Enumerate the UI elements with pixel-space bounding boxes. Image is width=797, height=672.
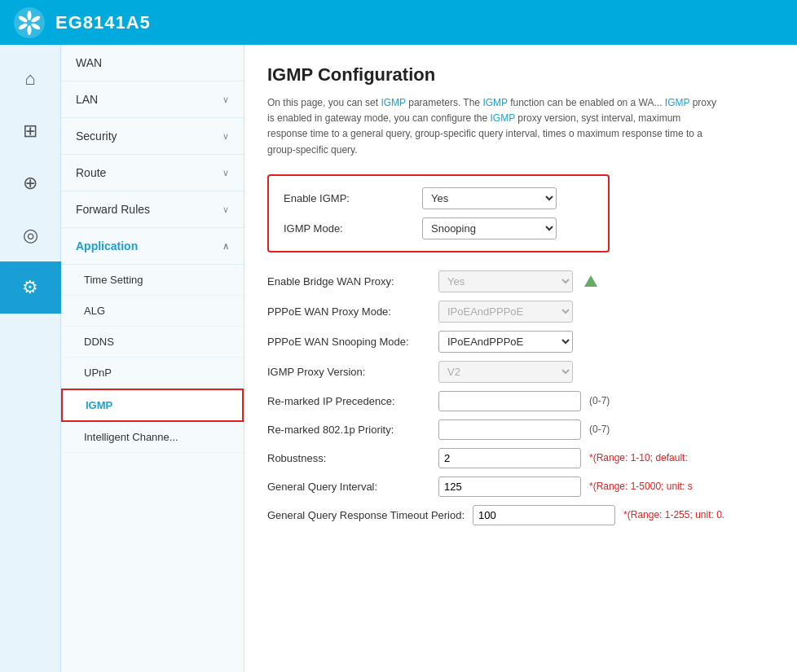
enable-igmp-label: Enable IGMP: bbox=[284, 192, 414, 204]
sidebar-item-forward-rules[interactable]: Forward Rules ∨ bbox=[61, 191, 244, 228]
enable-igmp-row: Enable IGMP: Yes No bbox=[284, 187, 593, 209]
sidebar-sub-item-upnp[interactable]: UPnP bbox=[61, 358, 244, 389]
pppoe-wan-proxy-mode-label: PPPoE WAN Proxy Mode: bbox=[267, 305, 430, 318]
pppoe-wan-snooping-mode-label: PPPoE WAN Snooping Mode: bbox=[267, 336, 430, 348]
sidebar-sub-item-time-setting[interactable]: Time Setting bbox=[61, 265, 244, 296]
app-title: EG8141A5 bbox=[55, 12, 151, 33]
igmp-proxy-version-row: IGMP Proxy Version: V2 V3 bbox=[267, 361, 774, 383]
pppoe-wan-proxy-mode-row: PPPoE WAN Proxy Mode: IPoEAndPPPoE IPoE … bbox=[267, 301, 774, 323]
pppoe-wan-snooping-mode-row: PPPoE WAN Snooping Mode: IPoEAndPPPoE IP… bbox=[267, 331, 774, 353]
huawei-logo-icon bbox=[13, 7, 46, 39]
general-query-response-timeout-row: General Query Response Timeout Period: *… bbox=[267, 505, 774, 525]
enable-bridge-wan-proxy-select[interactable]: Yes No bbox=[438, 270, 573, 292]
igmp-mode-select[interactable]: Snooping Proxy bbox=[422, 217, 557, 239]
enable-bridge-wan-proxy-row: Enable Bridge WAN Proxy: Yes No bbox=[267, 270, 774, 292]
sidebar-icon-home[interactable]: ⌂ bbox=[0, 53, 61, 105]
sidebar-nav: WAN LAN ∨ Security ∨ Route ∨ Forward Rul… bbox=[61, 45, 244, 672]
general-query-interval-row: General Query Interval: *(Range: 1-5000;… bbox=[267, 477, 774, 497]
chevron-down-icon: ∨ bbox=[222, 131, 229, 142]
sidebar-item-security-label: Security bbox=[76, 130, 117, 143]
header: EG8141A5 bbox=[0, 0, 797, 45]
robustness-row: Robustness: *(Range: 1-10; default: bbox=[267, 448, 774, 468]
chevron-down-icon: ∨ bbox=[222, 204, 229, 215]
re-marked-ip-precedence-row: Re-marked IP Precedence: (0-7) bbox=[267, 391, 774, 411]
sidebar-icon-security[interactable]: ⊕ bbox=[0, 157, 61, 209]
sidebar-item-security[interactable]: Security ∨ bbox=[61, 118, 244, 155]
sidebar-icons: ⌂ ⊞ ⊕ ◎ ⚙ bbox=[0, 45, 61, 672]
sidebar-sub-item-ddns[interactable]: DDNS bbox=[61, 327, 244, 358]
igmp-mode-row: IGMP Mode: Snooping Proxy bbox=[284, 217, 593, 239]
chevron-up-icon: ∧ bbox=[222, 241, 229, 252]
general-query-interval-input[interactable] bbox=[438, 477, 581, 497]
general-query-response-timeout-input[interactable] bbox=[473, 505, 615, 525]
re-marked-ip-precedence-input[interactable] bbox=[438, 391, 581, 411]
sidebar-item-wan-label: WAN bbox=[76, 56, 102, 69]
sidebar-item-lan[interactable]: LAN ∨ bbox=[61, 81, 244, 118]
general-query-response-timeout-label: General Query Response Timeout Period: bbox=[267, 509, 465, 521]
general-query-interval-label: General Query Interval: bbox=[267, 481, 430, 493]
svg-point-4 bbox=[28, 25, 32, 35]
robustness-input[interactable] bbox=[438, 448, 581, 468]
page-title: IGMP Configuration bbox=[267, 64, 774, 86]
igmp-proxy-version-label: IGMP Proxy Version: bbox=[267, 366, 430, 378]
sidebar-icon-settings[interactable]: ⚙ bbox=[0, 261, 61, 314]
general-query-interval-hint: *(Range: 1-5000; unit: s bbox=[589, 481, 693, 492]
svg-point-1 bbox=[28, 11, 32, 20]
re-marked-8021p-priority-row: Re-marked 802.1p Priority: (0-7) bbox=[267, 419, 774, 440]
sidebar-item-route-label: Route bbox=[76, 166, 106, 179]
sidebar-item-application[interactable]: Application ∧ bbox=[61, 228, 244, 265]
main-content: IGMP Configuration On this page, you can… bbox=[244, 45, 797, 672]
re-marked-ip-precedence-label: Re-marked IP Precedence: bbox=[267, 395, 430, 407]
sidebar-sub-item-igmp[interactable]: IGMP bbox=[61, 389, 244, 422]
cursor-icon bbox=[584, 275, 597, 287]
sidebar-item-forward-rules-label: Forward Rules bbox=[76, 203, 150, 216]
sidebar-item-application-label: Application bbox=[76, 239, 138, 253]
igmp-mode-label: IGMP Mode: bbox=[284, 222, 414, 235]
re-marked-8021p-priority-input[interactable] bbox=[438, 419, 581, 440]
robustness-label: Robustness: bbox=[267, 452, 430, 464]
igmp-proxy-version-select[interactable]: V2 V3 bbox=[438, 361, 573, 383]
sidebar-icon-lan[interactable]: ⊞ bbox=[0, 105, 61, 157]
re-marked-ip-precedence-hint: (0-7) bbox=[589, 395, 610, 406]
igmp-config-box: Enable IGMP: Yes No IGMP Mode: Snooping … bbox=[267, 174, 610, 253]
sidebar-sub-item-intelligent-channel[interactable]: Intelligent Channe... bbox=[61, 422, 244, 453]
robustness-hint: *(Range: 1-10; default: bbox=[589, 452, 688, 463]
re-marked-8021p-priority-hint: (0-7) bbox=[589, 424, 610, 435]
re-marked-8021p-priority-label: Re-marked 802.1p Priority: bbox=[267, 424, 430, 436]
pppoe-wan-snooping-mode-select[interactable]: IPoEAndPPPoE IPoE PPPoE bbox=[438, 331, 573, 353]
sidebar-item-route[interactable]: Route ∨ bbox=[61, 155, 244, 191]
enable-bridge-wan-proxy-label: Enable Bridge WAN Proxy: bbox=[267, 275, 430, 288]
sidebar-icon-route[interactable]: ◎ bbox=[0, 209, 61, 261]
sidebar-item-lan-label: LAN bbox=[76, 93, 98, 106]
enable-igmp-select[interactable]: Yes No bbox=[422, 187, 557, 209]
main-layout: ⌂ ⊞ ⊕ ◎ ⚙ WAN LAN ∨ Security ∨ Route ∨ bbox=[0, 45, 797, 672]
chevron-down-icon: ∨ bbox=[222, 168, 229, 178]
sidebar-sub-item-alg[interactable]: ALG bbox=[61, 296, 244, 327]
form-section: Enable Bridge WAN Proxy: Yes No PPPoE WA… bbox=[267, 270, 774, 525]
general-query-response-timeout-hint: *(Range: 1-255; unit: 0. bbox=[623, 509, 724, 520]
sidebar-item-wan[interactable]: WAN bbox=[61, 45, 244, 81]
pppoe-wan-proxy-mode-select[interactable]: IPoEAndPPPoE IPoE PPPoE bbox=[438, 301, 573, 323]
page-description: On this page, you can set IGMP parameter… bbox=[267, 95, 724, 158]
chevron-down-icon: ∨ bbox=[222, 94, 229, 105]
